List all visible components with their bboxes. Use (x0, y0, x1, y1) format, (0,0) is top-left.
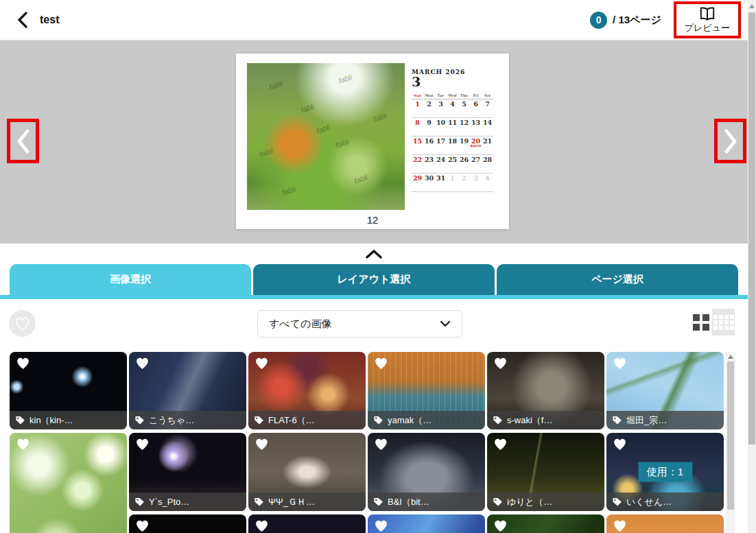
book-open-icon (698, 6, 716, 21)
favorite-heart-icon[interactable] (612, 437, 628, 451)
calendar-date: 28 (482, 156, 493, 173)
watermark-text: fabli (338, 73, 353, 85)
watermark-text: fabli (373, 111, 388, 123)
photo-thumbnail[interactable] (248, 514, 366, 533)
chevron-down-icon (440, 320, 451, 327)
usage-badge: 使用：1 (638, 462, 692, 482)
calendar-page-card[interactable]: fablifablifablifablifablifablifablifabli… (236, 54, 509, 229)
photo-label: Y`s_Pto… (149, 497, 189, 507)
grid-2x2-icon (693, 314, 709, 331)
photo-thumbnail[interactable]: ΨΨ_ＧＨ… (248, 433, 366, 511)
favorite-heart-icon[interactable] (373, 519, 389, 533)
page-scrollbar-thumb[interactable] (748, 12, 755, 445)
grid-column: FLAT-6（… ΨΨ_ＧＨ… (248, 352, 366, 533)
tab-2[interactable]: ページ選択 (497, 264, 738, 295)
heart-outline-icon (14, 316, 31, 331)
favorite-heart-icon[interactable] (254, 519, 270, 533)
photo-thumbnail[interactable]: 堀田_宗… (606, 352, 724, 429)
scroll-up-arrow-icon[interactable] (749, 4, 755, 8)
calendar-date: 7 (482, 101, 493, 117)
tab-0[interactable]: 画像選択 (10, 264, 251, 295)
calendar-date: 21 (482, 138, 493, 154)
favorite-heart-icon[interactable] (254, 437, 270, 451)
photo-thumbnail[interactable]: こうちゃ… (129, 352, 246, 429)
photo-thumbnail[interactable]: ゆりと（… (487, 433, 604, 511)
collapse-bar (0, 244, 748, 264)
favorite-heart-icon[interactable] (254, 356, 270, 370)
calendar-date: 25 (447, 156, 458, 173)
calendar-date: 1 (412, 101, 423, 117)
photo-thumbnail[interactable] (368, 514, 485, 533)
preview-button[interactable]: プレビュー (674, 1, 741, 38)
calendar-day-header: Fri (470, 93, 482, 97)
calendar-date: 31 (435, 175, 447, 191)
photo-label: FLAT-6（… (268, 414, 315, 427)
favorite-heart-icon[interactable] (373, 356, 389, 370)
photo-thumbnail[interactable]: Y`s_Pto… (129, 433, 246, 511)
calendar-title: MARCH 2026 (412, 69, 493, 75)
calendar-date: 6 (470, 101, 482, 117)
photo-thumbnail[interactable] (129, 514, 246, 533)
grid-column: こうちゃ… Y`s_Pto… (129, 352, 246, 533)
calendar-day-header: Tue (435, 93, 447, 97)
page-preview-stage: fablifablifablifablifablifablifablifabli… (0, 40, 756, 244)
tag-icon (254, 415, 264, 425)
chevron-left-icon (17, 12, 28, 28)
photo-thumbnail[interactable]: B&I（bit… (368, 433, 485, 511)
favorite-heart-icon[interactable] (134, 519, 150, 533)
photo-label: いくせん… (626, 496, 672, 508)
image-source-dropdown[interactable]: すべての画像 (257, 310, 462, 337)
favorite-heart-icon[interactable] (134, 437, 150, 451)
favorite-heart-icon[interactable] (612, 356, 628, 370)
grid-scrollbar[interactable] (726, 352, 735, 533)
photo-label: ΨΨ_ＧＨ… (268, 496, 315, 508)
scroll-up-arrow-icon[interactable] (728, 355, 733, 359)
calendar-date: 11 (447, 119, 458, 136)
photo-label-bar: いくせん… (606, 493, 724, 511)
favorite-heart-icon[interactable] (373, 437, 389, 451)
photo-thumbnail[interactable]: 使用：1 いくせん… (606, 433, 724, 511)
favorite-heart-icon[interactable] (612, 519, 628, 533)
photo-thumbnail[interactable] (487, 514, 604, 533)
tag-icon (612, 497, 622, 507)
favorites-filter-button[interactable] (9, 310, 36, 337)
chevron-up-icon (365, 249, 383, 259)
tag-icon (612, 415, 622, 425)
photo-label-bar: こうちゃ… (129, 411, 246, 429)
photo-label: yamak（… (388, 414, 432, 427)
photo-label-bar: B&I（bit… (368, 493, 485, 511)
large-grid-view-button[interactable] (689, 309, 712, 335)
calendar-spread: fablifablifablifablifablifablifablifabli… (247, 63, 499, 210)
photo-thumbnail[interactable] (606, 514, 724, 533)
page-number: 12 (236, 214, 509, 226)
photo-thumbnail[interactable]: FLAT-6（… (248, 352, 366, 429)
calendar-weeks: 1234567891011121314151617181920春分の日21222… (412, 99, 493, 192)
calendar-date: 4 (482, 175, 493, 191)
photo-thumbnail[interactable]: kin（kin-… (10, 352, 127, 429)
favorite-heart-icon[interactable] (493, 437, 508, 451)
calendar-date: 16 (423, 138, 435, 154)
calendar-date: 19 (458, 138, 470, 154)
page-scrollbar[interactable] (748, 0, 756, 533)
favorite-heart-icon[interactable] (493, 356, 508, 370)
collapse-panel-button[interactable] (365, 249, 383, 259)
previous-page-button[interactable] (7, 119, 39, 163)
grid-scrollbar-thumb[interactable] (727, 362, 734, 510)
tag-icon (373, 415, 383, 425)
favorite-heart-icon[interactable] (134, 356, 150, 370)
photo-thumbnail[interactable]: s-waki（f… (487, 352, 604, 429)
calendar-date: 1 (447, 175, 458, 191)
calendar-date: 2 (423, 101, 435, 117)
back-button[interactable] (14, 11, 32, 29)
photo-thumbnail[interactable] (10, 433, 127, 533)
watermark-text: fabli (259, 146, 274, 158)
favorite-heart-icon[interactable] (15, 437, 31, 451)
next-page-button[interactable] (714, 119, 746, 163)
calendar-date: 18 (447, 138, 458, 154)
photo-thumbnail[interactable]: yamak（… (368, 352, 485, 429)
favorite-heart-icon[interactable] (15, 356, 31, 370)
small-grid-view-button[interactable] (712, 309, 735, 335)
favorite-heart-icon[interactable] (493, 519, 508, 533)
calendar-date: 15 (412, 138, 423, 154)
tab-1[interactable]: レイアウト選択 (253, 264, 495, 295)
